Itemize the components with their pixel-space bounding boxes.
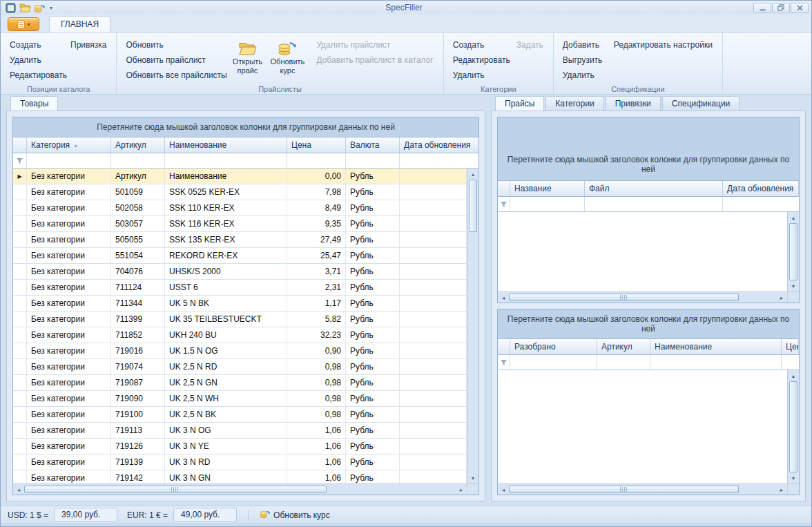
table-row[interactable]: Без категории502058SSK 110 KER-EX8,49Руб… [13,200,467,216]
cell[interactable]: 0,98 [287,407,346,422]
scroll-down-icon[interactable]: ▼ [788,472,799,483]
scroll-thumb[interactable] [509,486,739,493]
cell[interactable]: UK 3 N RD [165,454,287,470]
cell[interactable]: Рубль [346,248,400,263]
cell[interactable]: UK 3 N OG [165,423,287,438]
cell[interactable]: UK 2,5 N BK [165,407,287,422]
cell[interactable]: Без категории [27,359,111,374]
restore-button[interactable] [772,3,790,13]
cell[interactable]: UKH 240 BU [165,327,287,343]
cell[interactable]: 1,17 [287,296,346,311]
cell[interactable]: Рубль [346,312,400,327]
cell[interactable]: USST 6 [165,280,287,295]
cell[interactable] [400,248,467,263]
cell[interactable]: UK 3 N YE [165,439,287,454]
refresh-pricelist-button[interactable]: Обновить прайслист [122,52,227,68]
cell[interactable]: Рубль [346,391,400,406]
spec-export-button[interactable]: Выгрузить [559,52,610,68]
cell[interactable]: Рубль [346,184,400,200]
column-header-currency[interactable]: Валюта [346,137,400,153]
open-price-button[interactable]: Открыть прайс [229,37,266,75]
qat-dropdown-icon[interactable]: ▾ [48,5,55,11]
filter-cell[interactable] [510,197,585,211]
parsed-items-hscrollbar[interactable]: ◄ ► [498,484,787,495]
cell[interactable]: 0,98 [287,359,346,374]
cell[interactable]: UHSK/S 2000 [165,264,287,279]
filter-cell[interactable] [27,153,111,168]
scroll-thumb[interactable] [24,486,327,493]
scroll-left-icon[interactable]: ◄ [13,484,24,495]
filter-cell[interactable] [650,355,782,370]
cell[interactable]: SSK 0525 KER-EX [165,184,287,200]
cell[interactable]: Рубль [346,407,400,422]
cell[interactable] [400,407,467,422]
minimize-button[interactable] [753,3,771,13]
cell[interactable]: Рубль [346,439,400,454]
cell[interactable]: 1,06 [287,470,346,483]
cell[interactable]: Без категории [27,264,111,279]
cell[interactable]: 8,49 [287,200,346,215]
cell[interactable]: UK 3 N GN [165,470,287,483]
column-header-name[interactable]: Название [510,181,585,196]
scroll-thumb[interactable] [789,223,798,280]
cell[interactable]: 503057 [111,216,165,231]
column-header-price[interactable]: Цена [287,137,346,153]
cell[interactable]: Рубль [346,423,400,438]
cell[interactable]: 0,98 [287,375,346,390]
spec-edit-settings-button[interactable]: Редактировать настройки [610,37,718,52]
close-button[interactable] [791,3,809,13]
category-create-button[interactable]: Создать [450,37,513,52]
table-row[interactable]: Без категории719016UK 1,5 N OG0,90Рубль [13,343,467,359]
filter-cell[interactable] [597,355,650,370]
cell[interactable] [400,391,467,406]
cell[interactable] [400,232,467,247]
cell[interactable]: 1,06 [287,454,346,470]
cell[interactable]: 711399 [111,312,165,327]
filter-cell[interactable] [346,153,400,168]
cell[interactable]: Без категории [27,454,111,470]
cell[interactable]: Рубль [346,216,400,231]
cell[interactable]: 719139 [111,454,165,470]
cell[interactable]: Без категории [27,312,111,327]
catalog-edit-button[interactable]: Редактировать [6,68,67,83]
cell[interactable]: 502058 [111,200,165,215]
cell[interactable]: 1,06 [287,423,346,438]
scroll-right-icon[interactable]: ► [776,292,787,303]
table-row[interactable]: Без категории719100UK 2,5 N BK0,98Рубль [13,407,467,423]
column-header-category[interactable]: Категория▲ [27,137,111,153]
table-row[interactable]: Без категории505055SSK 135 KER-EX27,49Ру… [13,232,467,248]
cell[interactable]: Рубль [346,169,400,184]
products-vscrollbar[interactable]: ▲ ▼ [467,169,478,483]
cell[interactable]: Без категории [27,407,111,422]
column-header-parsed[interactable]: Разобрано [510,339,597,354]
scroll-thumb[interactable] [789,381,798,472]
tab-specifications[interactable]: Спецификации [662,96,740,111]
filter-cell[interactable] [782,355,799,370]
column-header-update-date[interactable]: Дата обновления [400,137,478,153]
cell[interactable] [400,470,467,483]
scroll-right-icon[interactable]: ► [456,484,467,495]
cell[interactable]: Артикул [111,169,165,184]
cell[interactable]: Рубль [346,327,400,343]
cell[interactable]: SSK 116 KER-EX [165,216,287,231]
cell[interactable]: 719126 [111,439,165,454]
update-rate-big-button[interactable]: Обновить курс [269,37,306,75]
cell[interactable]: Без категории [27,375,111,390]
table-row[interactable]: Без категории711344UK 5 N BK1,17Рубль [13,296,467,312]
application-menu-button[interactable]: ▾ [8,17,39,31]
scroll-left-icon[interactable]: ◄ [498,292,509,303]
refresh-button[interactable]: Обновить [122,37,227,52]
cell[interactable] [400,296,467,311]
cell[interactable]: 2,31 [287,280,346,295]
cell[interactable]: 7,98 [287,184,346,200]
category-delete-button[interactable]: Удалить [450,68,513,83]
pricelist-hscrollbar[interactable]: ◄ ► [498,292,787,303]
cell[interactable]: Рубль [346,343,400,358]
cell[interactable]: REKORD KER-EX [165,248,287,263]
tab-pricelists[interactable]: Прайсы [495,96,544,111]
group-by-panel[interactable]: Перетяните сюда мышкой заголовок колонки… [13,117,478,137]
cell[interactable]: Без категории [27,423,111,438]
scroll-up-icon[interactable]: ▲ [788,212,799,223]
cell[interactable]: 719074 [111,359,165,374]
app-icon[interactable] [4,2,17,13]
